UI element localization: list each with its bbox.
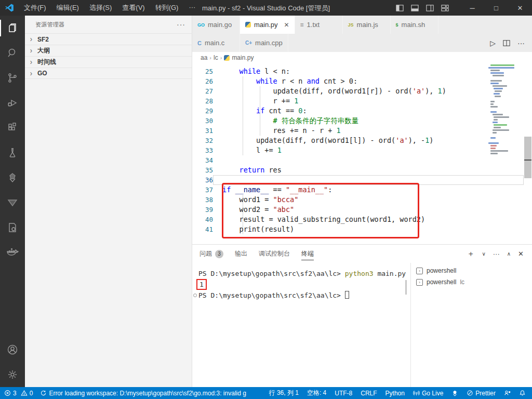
tab-main.c[interactable]: Cmain.c xyxy=(192,34,240,52)
terminal-list: ›powershell›powershelllc xyxy=(410,263,532,388)
testing-icon[interactable] xyxy=(0,140,25,165)
status-notifications[interactable] xyxy=(519,390,526,396)
menu-item[interactable]: 转到(G) xyxy=(151,2,183,14)
close-button[interactable]: ✕ xyxy=(508,0,532,16)
minimap[interactable] xyxy=(488,64,523,155)
status-feedback[interactable] xyxy=(504,390,511,396)
code-line-35[interactable]: 35 return res xyxy=(192,165,524,175)
tab-1.txt[interactable]: ≡1.txt xyxy=(295,16,343,34)
tab-main.go[interactable]: GOmain.go xyxy=(192,16,240,34)
code-line-38[interactable]: 38 word1 = "bcca" xyxy=(192,195,524,205)
status-go-live[interactable]: Go Live xyxy=(413,390,443,397)
status-encoding[interactable]: UTF-8 xyxy=(335,390,352,397)
status-eol[interactable]: CRLF xyxy=(361,390,377,397)
project-file-icon[interactable] xyxy=(0,215,25,240)
menu-bar: 文件(F)编辑(E)选择(S)查看(V)转到(G)··· xyxy=(19,2,200,14)
editor-scrollbar[interactable] xyxy=(524,63,532,244)
source-control-icon[interactable] xyxy=(0,65,25,90)
account-icon[interactable] xyxy=(0,337,25,362)
panel-more-icon[interactable]: ··· xyxy=(493,250,500,258)
scrollbar-thumb[interactable] xyxy=(524,137,531,178)
more-actions-icon[interactable]: ··· xyxy=(517,39,525,47)
status-extension-logo[interactable] xyxy=(451,390,458,396)
run-python-file-icon[interactable]: ▷ xyxy=(490,39,496,47)
menu-item[interactable]: ··· xyxy=(184,2,200,14)
code-line-28[interactable]: 28 r += 1 xyxy=(192,96,524,106)
split-editor-icon[interactable] xyxy=(503,39,510,47)
code-line-40[interactable]: 40 result = valid_substring_count(word1,… xyxy=(192,215,524,224)
line-content: update(diff, ord(word1[r]) - ord('a'), 1… xyxy=(213,86,524,96)
line-content: while r < n and cnt > 0: xyxy=(213,76,524,86)
explorer-more-icon[interactable]: ··· xyxy=(177,20,185,29)
search-icon[interactable] xyxy=(0,41,25,65)
tab-main.py[interactable]: main.py✕ xyxy=(240,16,295,34)
go-tools-icon[interactable] xyxy=(0,165,25,190)
status-cursor-position[interactable]: 行 36, 列 1 xyxy=(269,389,299,397)
maximize-panel-icon[interactable]: ∧ xyxy=(507,251,511,257)
close-panel-icon[interactable]: ✕ xyxy=(518,250,524,258)
python-file-icon xyxy=(245,22,251,28)
code-line-36[interactable]: 36 xyxy=(192,175,524,185)
code-line-27[interactable]: 27 update(diff, ord(word1[r]) - ord('a')… xyxy=(192,86,524,96)
toggle-secondary-sidebar-icon[interactable] xyxy=(426,4,434,12)
code-line-39[interactable]: 39 word2 = "abc" xyxy=(192,205,524,215)
code-line-30[interactable]: 30 # 符合条件的子字符串数量 xyxy=(192,116,524,126)
line-content: update(diff, ord(word1[l]) - ord('a'), -… xyxy=(213,136,524,145)
terminal[interactable]: PS D:\mysetup\gopath\src\sf2\aa\lc> pyth… xyxy=(192,263,410,388)
status-prettier[interactable]: Prettier xyxy=(467,390,496,397)
menu-item[interactable]: 文件(F) xyxy=(19,2,51,14)
breadcrumb-item[interactable]: aa xyxy=(201,54,207,61)
code-line-32[interactable]: 32 update(diff, ord(word1[l]) - ord('a')… xyxy=(192,136,524,145)
sidebar-section-sf2[interactable]: ›SF2 xyxy=(25,33,192,45)
menu-item[interactable]: 选择(S) xyxy=(85,2,116,14)
code-line-25[interactable]: 25 while l < n: xyxy=(192,66,524,76)
menu-item[interactable]: 编辑(E) xyxy=(52,2,84,14)
sidebar-section-大纲[interactable]: ›大纲 xyxy=(25,45,192,56)
breadcrumb-item[interactable]: lc xyxy=(214,54,218,61)
status-language-mode[interactable]: Python xyxy=(385,390,405,397)
customize-layout-icon[interactable] xyxy=(441,4,449,12)
tab-close-icon[interactable]: ✕ xyxy=(281,21,289,29)
code-line-29[interactable]: 29 if cnt == 0: xyxy=(192,106,524,116)
tab-main.js[interactable]: JSmain.js xyxy=(343,16,391,34)
code-line-31[interactable]: 31 res += n - r + 1 xyxy=(192,126,524,136)
workspace-error-status[interactable]: Error loading workspace: D:\mysetup\gopa… xyxy=(40,390,246,397)
code-line-26[interactable]: 26 while r < n and cnt > 0: xyxy=(192,76,524,86)
sh-file-icon: $ xyxy=(396,22,398,28)
docker-icon[interactable] xyxy=(0,240,25,265)
code-line-34[interactable]: 34 xyxy=(192,155,524,165)
terminal-dropdown-icon[interactable]: ∨ xyxy=(482,251,485,257)
terminal-instance-powershell[interactable]: ›powershell xyxy=(411,265,532,276)
code-line-41[interactable]: 41 print(result) xyxy=(192,224,524,234)
terminal-instance-powershell lc[interactable]: ›powershelllc xyxy=(411,276,532,288)
code-editor[interactable]: 25 while l < n:26 while r < n and cnt > … xyxy=(192,63,532,244)
code-line-33[interactable]: 33 l += 1 xyxy=(192,145,524,155)
command-decoration-icon[interactable] xyxy=(193,294,197,297)
sidebar-section-时间线[interactable]: ›时间线 xyxy=(25,56,192,68)
panel-tab-输出[interactable]: 输出 xyxy=(235,245,247,263)
menu-item[interactable]: 查看(V) xyxy=(117,2,149,14)
tab-main.sh[interactable]: $main.sh xyxy=(391,16,438,34)
extensions-icon[interactable] xyxy=(0,115,25,140)
maximize-button[interactable]: □ xyxy=(484,0,508,16)
code-line-37[interactable]: 37if __name__ == "__main__": xyxy=(192,185,524,195)
triangle-tool-icon[interactable] xyxy=(0,190,25,215)
status-indentation[interactable]: 空格: 4 xyxy=(307,389,326,397)
panel-tab-终端[interactable]: 终端 xyxy=(301,245,314,263)
minimize-button[interactable]: ─ xyxy=(460,0,484,16)
error-icon xyxy=(4,390,11,396)
line-content: if __name__ == "__main__": xyxy=(213,185,524,195)
tab-main.cpp[interactable]: C+main.cpp xyxy=(240,34,288,52)
breadcrumb-item[interactable]: main.py xyxy=(224,54,254,61)
sidebar-section-go[interactable]: ›GO xyxy=(25,68,192,79)
toggle-sidebar-icon[interactable] xyxy=(396,4,404,12)
new-terminal-icon[interactable]: ＋ xyxy=(467,249,474,259)
panel-tab-问题[interactable]: 问题3 xyxy=(200,245,223,263)
run-debug-icon[interactable] xyxy=(0,90,25,115)
settings-gear-icon[interactable] xyxy=(0,362,25,387)
toggle-panel-icon[interactable] xyxy=(411,4,419,12)
explorer-icon[interactable] xyxy=(0,16,25,41)
panel-tab-调试控制台[interactable]: 调试控制台 xyxy=(259,245,290,263)
problems-status[interactable]: 3 0 xyxy=(4,390,33,397)
terminal-scrollbar[interactable] xyxy=(405,280,407,295)
